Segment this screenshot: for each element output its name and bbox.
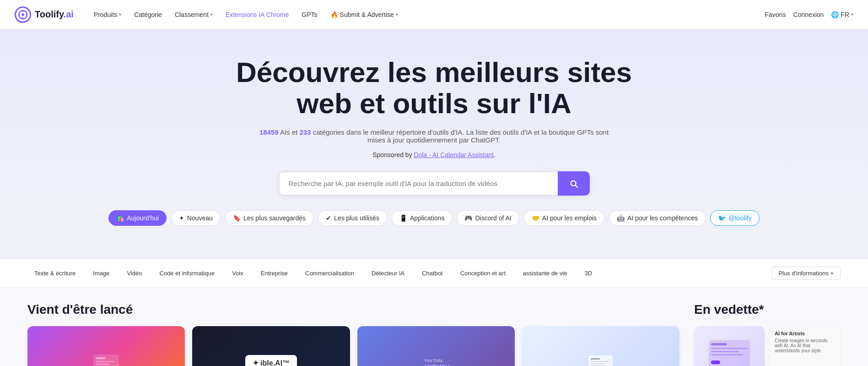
hero-subtitle: 18459 AIs et 233 catégories dans le meil…	[251, 128, 617, 144]
nav-connexion[interactable]: Connexion	[793, 11, 824, 18]
nav-produits[interactable]: Produits ▾	[88, 7, 127, 22]
featured-card-desc: Create images in seconds with AI. An AI …	[775, 338, 836, 353]
hero-title: Découvrez les meilleurs sites web et out…	[205, 57, 663, 119]
card-thumbnail: Your Data, Amplified by AI	[357, 326, 515, 366]
nav-classement[interactable]: Classement ▾	[169, 7, 218, 22]
pill-icon: 🤝	[532, 214, 539, 222]
filter-pill[interactable]: 🛍️Aujourd'hui	[108, 210, 167, 226]
category-tag[interactable]: assistante de vie	[516, 267, 574, 280]
category-tags: Texte & écritureImageVidéoCode et inform…	[0, 259, 868, 288]
svg-rect-14	[591, 361, 609, 362]
category-tag[interactable]: Vidéo	[120, 267, 149, 280]
svg-rect-22	[711, 361, 720, 364]
svg-text:Your Data,: Your Data,	[424, 358, 443, 363]
filter-pills: 🛍️Aujourd'hui✦Nouveau🔖Les plus sauvegard…	[9, 210, 859, 240]
svg-rect-21	[711, 354, 743, 355]
cards-grid: ✦ ible.AI™ Your Data, Amplified by AI	[27, 326, 679, 366]
featured-thumbnail	[694, 326, 765, 366]
featured-card-title: AI for Artists	[775, 331, 805, 336]
category-tag[interactable]: Conception et art	[453, 267, 512, 280]
card-thumbnail: ✦ ible.AI™	[192, 326, 350, 366]
pill-icon: 🎮	[464, 214, 472, 222]
category-tag[interactable]: Image	[86, 267, 116, 280]
nav-submit[interactable]: 🔥 Submit & Advertise ▾	[325, 7, 404, 22]
svg-rect-12	[589, 355, 613, 366]
card-thumbnail	[27, 326, 185, 366]
section-featured: En vedette* AI for Artists	[694, 302, 841, 366]
chevron-down-icon: ▾	[210, 12, 213, 17]
pill-label: AI pour les compétences	[627, 214, 698, 222]
featured-section-title: En vedette*	[694, 302, 841, 317]
logo-icon	[15, 6, 31, 23]
sponsored-link[interactable]: Dola - AI Calendar Assistant	[414, 151, 494, 158]
category-tag[interactable]: Entreprise	[254, 267, 295, 280]
nav-favoris[interactable]: Favoris	[765, 11, 786, 18]
featured-card-item[interactable]: AI for Artists Create images in seconds …	[770, 326, 841, 366]
nav-language[interactable]: 🌐 FR ▾	[831, 11, 853, 18]
ai-count: 18459	[259, 128, 279, 136]
search-icon	[569, 179, 579, 189]
category-tag[interactable]: Commercialisation	[298, 267, 361, 280]
pill-label: Aujourd'hui	[127, 214, 159, 222]
svg-rect-20	[711, 351, 739, 352]
card-thumbnail	[522, 326, 679, 366]
search-input[interactable]	[279, 171, 558, 196]
category-tag[interactable]: Chatbot	[415, 267, 450, 280]
filter-pill[interactable]: 🔖Les plus sauvegardés	[225, 210, 313, 226]
svg-rect-9	[96, 364, 110, 365]
logo-link[interactable]: Toolify.ai	[15, 6, 74, 23]
featured-card-content: AI for Artists Create images in seconds …	[770, 326, 841, 366]
featured-card-item[interactable]	[694, 326, 765, 366]
featured-grid: AI for Artists Create images in seconds …	[694, 326, 841, 366]
pill-label: Discord of AI	[475, 214, 511, 222]
logo-text: Toolify.ai	[35, 9, 74, 20]
category-tag[interactable]: Détecteur IA	[365, 267, 411, 280]
category-tag[interactable]: Code et informatique	[152, 267, 221, 280]
category-tag[interactable]: Voix	[225, 267, 250, 280]
nav-items: Produits ▾ Catégorie Classement ▾ Extens…	[88, 7, 765, 22]
section-new: Vient d'être lancé ✦ ible.AI™	[27, 302, 679, 366]
card-item[interactable]: Your Data, Amplified by AI	[357, 326, 515, 366]
nav-gpts[interactable]: GPTs	[296, 7, 323, 22]
pill-icon: ✦	[179, 214, 184, 222]
pill-icon: 🐦	[718, 214, 726, 222]
navbar: Toolify.ai Produits ▾ Catégorie Classeme…	[0, 0, 868, 29]
pill-label: Nouveau	[187, 214, 213, 222]
filter-pill[interactable]: 🎮Discord of AI	[457, 210, 519, 226]
card-item[interactable]: ✦ ible.AI™	[192, 326, 350, 366]
pill-icon: 📱	[399, 214, 407, 222]
main-content: Vient d'être lancé ✦ ible.AI™	[0, 288, 868, 366]
chevron-down-icon: ▾	[851, 12, 853, 17]
card-item[interactable]	[522, 326, 679, 366]
category-tag[interactable]: Texte & écriture	[27, 267, 82, 280]
new-section-title: Vient d'être lancé	[27, 302, 679, 317]
search-button[interactable]	[558, 171, 590, 196]
search-bar	[279, 171, 590, 196]
flame-icon: 🔥	[330, 11, 338, 18]
sponsored-text: Sponsored by Dola - AI Calendar Assistan…	[9, 151, 859, 158]
filter-pill[interactable]: 🐦@toolify	[710, 210, 760, 226]
nav-extensions[interactable]: Extensions IA Chrome	[220, 7, 295, 22]
svg-rect-13	[591, 358, 600, 360]
filter-pill[interactable]: 🤖AI pour les compétences	[609, 210, 706, 226]
svg-rect-15	[591, 363, 604, 364]
svg-rect-18	[711, 343, 727, 345]
category-tag[interactable]: 3D	[578, 267, 599, 280]
globe-icon: 🌐	[831, 11, 839, 18]
cat-count: 233	[299, 128, 311, 136]
chevron-down-icon: ▾	[119, 12, 121, 17]
nav-categorie[interactable]: Catégorie	[129, 7, 167, 22]
pill-label: Les plus sauvegardés	[243, 214, 306, 222]
card-item[interactable]	[27, 326, 185, 366]
svg-rect-7	[96, 357, 105, 359]
filter-pill[interactable]: ✦Nouveau	[171, 210, 221, 226]
filter-pill[interactable]: 🤝AI pour les emplois	[524, 210, 604, 226]
pill-label: Les plus utilisés	[334, 214, 379, 222]
nav-right: Favoris Connexion 🌐 FR ▾	[765, 11, 853, 18]
filter-pill[interactable]: ✔Les plus utilisés	[318, 210, 387, 226]
pill-icon: 🔖	[233, 214, 241, 222]
more-categories-button[interactable]: Plus d'informations +	[771, 267, 841, 280]
svg-point-1	[22, 13, 24, 16]
hero-section: Découvrez les meilleurs sites web et out…	[0, 29, 868, 259]
filter-pill[interactable]: 📱Applications	[392, 210, 453, 226]
